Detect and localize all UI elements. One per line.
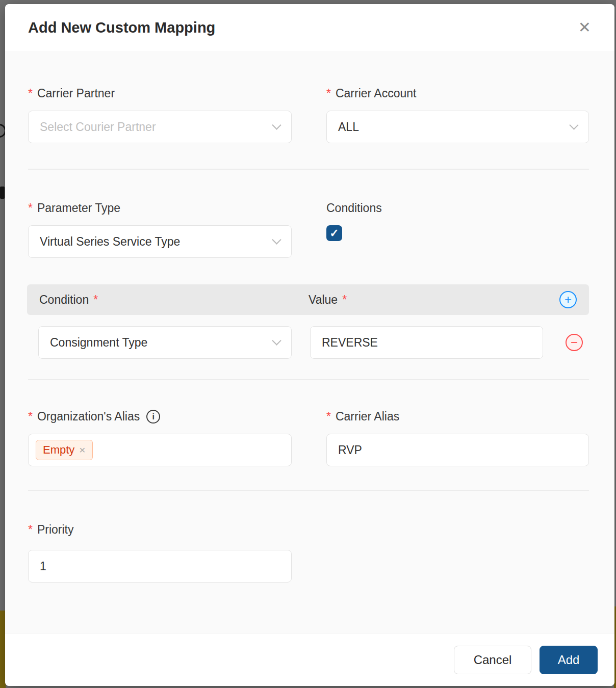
carrier-alias-input[interactable] <box>326 434 589 466</box>
modal-footer: Cancel Add <box>5 633 614 686</box>
parameter-type-label-text: Parameter Type <box>37 201 120 215</box>
alias-tag-text: Empty <box>43 443 74 457</box>
condition-select[interactable]: Consignment Type <box>38 326 292 359</box>
condition-column-header: Condition * <box>39 293 309 307</box>
priority-label: * Priority <box>28 523 589 537</box>
close-icon[interactable]: ✕ <box>578 20 591 35</box>
minus-icon: − <box>571 336 578 349</box>
carrier-account-label: * Carrier Account <box>326 87 589 100</box>
conditions-label: Conditions <box>326 201 589 215</box>
tag-close-icon[interactable]: × <box>79 444 85 456</box>
section-divider <box>28 490 589 491</box>
organizations-alias-input[interactable]: Empty × <box>28 434 292 466</box>
organizations-alias-field: * Organization's Alias i Empty × <box>28 410 292 466</box>
alias-row: * Organization's Alias i Empty × * C <box>28 410 589 466</box>
carrier-alias-label-text: Carrier Alias <box>336 410 399 424</box>
value-column-header: Value * <box>309 293 347 307</box>
required-asterisk: * <box>28 410 33 424</box>
organizations-alias-label-text: Organization's Alias <box>37 410 140 424</box>
parameter-type-field: * Parameter Type Virtual Series Service … <box>28 201 292 258</box>
modal-title: Add New Custom Mapping <box>28 19 215 36</box>
required-asterisk: * <box>28 523 33 537</box>
organizations-alias-label: * Organization's Alias i <box>28 410 292 424</box>
required-asterisk: * <box>326 410 331 424</box>
chevron-down-icon <box>569 120 578 129</box>
priority-label-text: Priority <box>37 523 74 537</box>
chevron-down-icon <box>272 120 281 129</box>
add-condition-button[interactable]: + <box>559 291 577 308</box>
priority-input[interactable] <box>28 550 292 583</box>
carrier-partner-label-text: Carrier Partner <box>37 87 115 100</box>
dimmed-overlay-background: Add New Custom Mapping ✕ * Carrier Partn… <box>0 0 616 688</box>
cancel-button[interactable]: Cancel <box>454 646 531 674</box>
alias-tag: Empty × <box>36 440 93 460</box>
value-header-text: Value <box>309 293 338 307</box>
plus-icon: + <box>564 294 572 306</box>
required-asterisk: * <box>28 201 33 215</box>
carrier-account-label-text: Carrier Account <box>336 87 417 100</box>
parameter-type-select[interactable]: Virtual Series Service Type <box>28 225 292 258</box>
info-icon[interactable]: i <box>146 410 160 424</box>
condition-row: Consignment Type − <box>28 326 589 359</box>
carrier-partner-label: * Carrier Partner <box>28 87 292 100</box>
condition-value: Consignment Type <box>50 336 147 350</box>
section-divider <box>28 379 589 380</box>
required-asterisk: * <box>342 293 347 307</box>
carrier-row: * Carrier Partner Select Courier Partner… <box>28 87 589 143</box>
parameter-type-value: Virtual Series Service Type <box>40 235 180 249</box>
remove-condition-button[interactable]: − <box>566 334 583 351</box>
conditions-field: Conditions ✓ <box>326 201 589 258</box>
condition-header-text: Condition <box>39 293 89 307</box>
carrier-account-field: * Carrier Account ALL <box>326 87 589 143</box>
check-icon: ✓ <box>329 228 339 239</box>
remove-condition-wrap: − <box>566 334 583 351</box>
carrier-account-select[interactable]: ALL <box>326 111 589 143</box>
parameter-type-label: * Parameter Type <box>28 201 292 215</box>
carrier-account-value: ALL <box>338 120 359 134</box>
carrier-partner-select[interactable]: Select Courier Partner <box>28 111 292 143</box>
conditions-label-text: Conditions <box>326 201 382 215</box>
carrier-alias-label: * Carrier Alias <box>326 410 589 424</box>
carrier-partner-field: * Carrier Partner Select Courier Partner <box>28 87 292 143</box>
required-asterisk: * <box>93 293 98 307</box>
add-custom-mapping-modal: Add New Custom Mapping ✕ * Carrier Partn… <box>5 4 614 686</box>
background-fragment <box>0 187 5 199</box>
carrier-partner-placeholder: Select Courier Partner <box>40 120 156 134</box>
parameter-row: * Parameter Type Virtual Series Service … <box>28 201 589 258</box>
modal-body: * Carrier Partner Select Courier Partner… <box>5 51 614 633</box>
priority-input-wrap <box>28 550 292 583</box>
priority-row: * Priority <box>28 523 589 583</box>
required-asterisk: * <box>28 87 33 100</box>
condition-table-header: Condition * Value * + <box>27 284 589 315</box>
required-asterisk: * <box>326 87 331 100</box>
add-button[interactable]: Add <box>540 646 598 674</box>
chevron-down-icon <box>272 235 281 244</box>
chevron-down-icon <box>272 336 281 345</box>
carrier-alias-field: * Carrier Alias <box>326 410 589 466</box>
modal-header: Add New Custom Mapping ✕ <box>5 4 614 51</box>
conditions-checkbox[interactable]: ✓ <box>326 225 342 241</box>
condition-value-input[interactable] <box>310 326 543 359</box>
section-divider <box>28 169 589 170</box>
